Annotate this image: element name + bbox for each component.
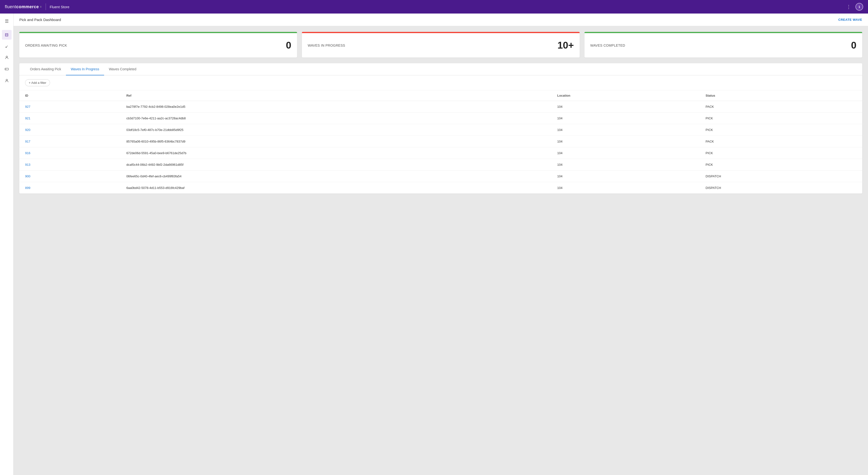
sidebar-item-arrivals[interactable]: ↙ <box>2 41 11 51</box>
cell-location: 104 <box>551 159 700 171</box>
cell-location: 104 <box>551 147 700 159</box>
arrivals-icon: ↙ <box>5 44 8 49</box>
table-row: 913 dcaf0c44-06b2-4492-9bf2-2da66961d85f… <box>19 159 862 171</box>
tabs-section: Orders Awaiting Pick Waves In Progress W… <box>19 63 862 194</box>
stat-card-waves-progress-label: WAVES IN PROGRESS <box>308 43 345 47</box>
add-filter-button[interactable]: + Add a filter <box>25 79 50 86</box>
user2-icon <box>5 79 9 84</box>
cell-location: 104 <box>551 113 700 124</box>
table-row: 899 6aa0bd42-5078-4d11-b553-d916fc429baf… <box>19 182 862 194</box>
stat-card-orders: ORDERS AWAITING PICK 0 <box>19 32 297 58</box>
col-header-ref: Ref <box>121 90 551 101</box>
cell-status: DISPATCH <box>700 171 862 182</box>
cell-ref: 672de06d-5591-45a0-bee9-b6761de25d7b <box>121 147 551 159</box>
cell-ref: ba278f7e-7792-4cb2-8498-028ea0e2e1d5 <box>121 101 551 113</box>
row-id-link[interactable]: 921 <box>25 116 30 120</box>
table-head: ID Ref Location Status <box>19 90 862 101</box>
row-id-link[interactable]: 917 <box>25 140 30 143</box>
hamburger-icon: ☰ <box>5 19 9 24</box>
main: Pick and Pack Dashboard CREATE WAVE ORDE… <box>13 13 868 475</box>
tab-waves-completed[interactable]: Waves Completed <box>104 63 141 76</box>
cell-status: PICK <box>700 147 862 159</box>
table-row: 917 85765a06-6010-495b-86f5-6364bc7837d9… <box>19 136 862 147</box>
cell-status: PACK <box>700 136 862 147</box>
cell-status: DISPATCH <box>700 182 862 194</box>
logo-commerce: commerce <box>16 4 39 9</box>
cell-location: 104 <box>551 182 700 194</box>
row-id-link[interactable]: 899 <box>25 186 30 190</box>
cell-id: 920 <box>19 124 121 136</box>
cell-ref: dcaf0c44-06b2-4492-9bf2-2da66961d85f <box>121 159 551 171</box>
tabs-header: Orders Awaiting Pick Waves In Progress W… <box>19 63 862 76</box>
create-wave-button[interactable]: CREATE WAVE <box>838 18 862 22</box>
stat-card-orders-value: 0 <box>286 40 291 51</box>
tab-orders-awaiting-pick[interactable]: Orders Awaiting Pick <box>25 63 66 76</box>
table-body: 927 ba278f7e-7792-4cb2-8498-028ea0e2e1d5… <box>19 101 862 194</box>
cell-id: 913 <box>19 159 121 171</box>
tab-waves-in-progress[interactable]: Waves In Progress <box>66 63 104 76</box>
table-row: 920 03df18c5-7ef0-487c-b70e-21dbb85d9f25… <box>19 124 862 136</box>
row-id-link[interactable]: 916 <box>25 151 30 155</box>
sidebar-item-tag[interactable] <box>2 65 11 75</box>
filter-area: + Add a filter <box>19 76 862 90</box>
row-id-link[interactable]: 900 <box>25 174 30 178</box>
table-row: 927 ba278f7e-7792-4cb2-8498-028ea0e2e1d5… <box>19 101 862 113</box>
stat-card-waves-progress-value: 10+ <box>557 40 574 51</box>
logo: fluentcommerce≡ <box>5 4 42 9</box>
logo-icon: ≡ <box>40 5 42 8</box>
svg-point-0 <box>6 56 7 58</box>
row-id-link[interactable]: 927 <box>25 105 30 109</box>
cell-id: 917 <box>19 136 121 147</box>
user-icon <box>5 55 9 61</box>
table-header-row: ID Ref Location Status <box>19 90 862 101</box>
sidebar-hamburger[interactable]: ☰ <box>2 17 11 26</box>
cell-ref: 6aa0bd42-5078-4d11-b553-d916fc429baf <box>121 182 551 194</box>
tag-icon <box>5 67 9 72</box>
stat-card-waves-completed-label: WAVES COMPLETED <box>590 43 625 47</box>
stat-card-waves-completed: WAVES COMPLETED 0 <box>585 32 862 58</box>
top-nav: fluentcommerce≡ Fluent Store ⋮ 1 <box>0 0 868 13</box>
cell-id: 921 <box>19 113 121 124</box>
nav-divider <box>45 3 46 10</box>
stat-card-waves-progress-body: WAVES IN PROGRESS 10+ <box>302 33 580 58</box>
cell-location: 104 <box>551 171 700 182</box>
stat-card-orders-body: ORDERS AWAITING PICK 0 <box>19 33 297 58</box>
cell-location: 104 <box>551 124 700 136</box>
cell-location: 104 <box>551 101 700 113</box>
cell-id: 899 <box>19 182 121 194</box>
row-id-link[interactable]: 913 <box>25 163 30 167</box>
layout: ☰ ⊟ ↙ Pick and Pack Dashboard <box>0 13 868 475</box>
stat-card-orders-label: ORDERS AWAITING PICK <box>25 43 67 47</box>
stat-cards: ORDERS AWAITING PICK 0 WAVES IN PROGRESS… <box>19 32 862 58</box>
sidebar-item-dashboard[interactable]: ⊟ <box>2 30 11 40</box>
cell-id: 916 <box>19 147 121 159</box>
stat-card-waves-completed-body: WAVES COMPLETED 0 <box>585 33 862 58</box>
data-table: ID Ref Location Status 927 ba278f7e-7792… <box>19 90 862 194</box>
sub-header: Pick and Pack Dashboard CREATE WAVE <box>13 13 868 26</box>
cell-id: 900 <box>19 171 121 182</box>
cell-ref: 85765a06-6010-495b-86f5-6364bc7837d9 <box>121 136 551 147</box>
sidebar-item-user2[interactable] <box>2 76 11 86</box>
cell-status: PACK <box>700 101 862 113</box>
stat-card-waves-completed-value: 0 <box>851 40 857 51</box>
cell-location: 104 <box>551 136 700 147</box>
col-header-status: Status <box>700 90 862 101</box>
svg-point-1 <box>5 69 6 69</box>
nav-more-icon[interactable]: ⋮ <box>846 4 851 10</box>
store-name: Fluent Store <box>50 5 69 9</box>
cell-ref: cb3d7100-7e6e-4211-aa2c-ac3728ac4db8 <box>121 113 551 124</box>
page-title: Pick and Pack Dashboard <box>19 18 61 22</box>
cell-status: PICK <box>700 124 862 136</box>
avatar[interactable]: 1 <box>856 3 863 11</box>
sidebar: ☰ ⊟ ↙ <box>0 13 13 475</box>
stat-card-waves-progress: WAVES IN PROGRESS 10+ <box>302 32 580 58</box>
cell-ref: 06fee65c-0d40-4fef-aec6-cb499f83fa54 <box>121 171 551 182</box>
row-id-link[interactable]: 920 <box>25 128 30 132</box>
dashboard-icon: ⊟ <box>5 32 8 37</box>
table-row: 916 672de06d-5591-45a0-bee9-b6761de25d7b… <box>19 147 862 159</box>
col-header-location: Location <box>551 90 700 101</box>
cell-id: 927 <box>19 101 121 113</box>
cell-status: PICK <box>700 113 862 124</box>
sidebar-item-user[interactable] <box>2 53 11 63</box>
table-row: 900 06fee65c-0d40-4fef-aec6-cb499f83fa54… <box>19 171 862 182</box>
